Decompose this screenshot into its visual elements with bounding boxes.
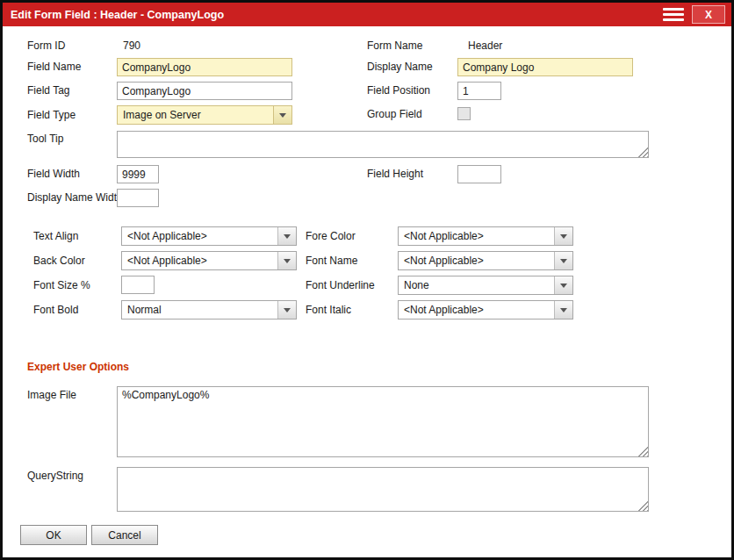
display-name-width-input[interactable] — [117, 189, 159, 207]
query-string-label: QueryString — [27, 470, 83, 482]
field-width-label: Field Width — [27, 168, 80, 180]
text-align-dropdown[interactable]: <Not Applicable> — [121, 226, 297, 246]
hamburger-bar — [663, 8, 684, 11]
image-file-textarea[interactable]: %CompanyLogo% — [117, 386, 649, 457]
font-italic-dropdown[interactable]: <Not Applicable> — [398, 300, 573, 319]
display-name-width-label: Display Name Width — [27, 191, 123, 204]
form-id-value: 790 — [123, 39, 140, 52]
field-height-input[interactable] — [457, 165, 501, 183]
font-name-value: <Not Applicable> — [399, 255, 554, 267]
text-align-label: Text Align — [33, 230, 78, 242]
field-position-input[interactable] — [457, 82, 501, 100]
group-field-label: Group Field — [367, 108, 422, 120]
form-id-label: Form ID — [27, 39, 65, 52]
field-name-label: Field Name — [27, 61, 81, 73]
hamburger-menu-icon[interactable] — [663, 8, 684, 21]
close-button[interactable]: X — [692, 5, 725, 24]
chevron-down-icon — [277, 227, 296, 245]
chevron-down-icon — [277, 252, 296, 269]
font-underline-dropdown[interactable]: None — [398, 276, 573, 295]
tool-tip-label: Tool Tip — [27, 133, 63, 145]
query-string-textarea[interactable] — [117, 467, 649, 512]
chevron-down-icon — [554, 252, 572, 269]
font-size-input[interactable] — [121, 276, 155, 294]
field-type-label: Field Type — [27, 109, 76, 121]
cancel-button[interactable]: Cancel — [91, 525, 158, 545]
ok-button[interactable]: OK — [20, 525, 87, 545]
dialog-title: Edit Form Field : Header - CompanyLogo — [3, 9, 224, 21]
display-name-label: Display Name — [367, 61, 433, 73]
field-position-label: Field Position — [367, 84, 430, 97]
hamburger-bar — [663, 18, 684, 21]
chevron-down-icon — [554, 276, 572, 294]
form-name-value: Header — [468, 39, 502, 52]
close-icon: X — [705, 9, 712, 21]
text-align-value: <Not Applicable> — [122, 230, 277, 242]
font-bold-value: Normal — [122, 304, 277, 316]
chevron-down-icon — [277, 301, 296, 319]
back-color-dropdown[interactable]: <Not Applicable> — [121, 251, 297, 270]
font-underline-value: None — [399, 279, 554, 291]
field-name-input[interactable] — [117, 58, 292, 76]
hamburger-bar — [663, 13, 684, 16]
dialog-titlebar: Edit Form Field : Header - CompanyLogo X — [3, 3, 731, 26]
font-bold-dropdown[interactable]: Normal — [121, 300, 297, 319]
field-width-input[interactable] — [117, 165, 159, 183]
font-underline-label: Font Underline — [306, 279, 375, 291]
back-color-label: Back Color — [33, 255, 85, 267]
fore-color-value: <Not Applicable> — [399, 230, 554, 242]
group-field-checkbox[interactable] — [457, 107, 471, 120]
field-tag-input[interactable] — [117, 82, 292, 100]
chevron-down-icon — [273, 106, 291, 124]
font-size-label: Font Size % — [33, 279, 90, 291]
field-tag-label: Field Tag — [27, 84, 69, 97]
field-type-dropdown[interactable]: Image on Server — [117, 105, 292, 125]
font-italic-label: Font Italic — [306, 304, 351, 316]
font-bold-label: Font Bold — [33, 304, 78, 316]
image-file-label: Image File — [27, 389, 76, 401]
fore-color-label: Fore Color — [306, 230, 356, 242]
field-type-value: Image on Server — [118, 109, 273, 121]
tool-tip-textarea[interactable] — [117, 131, 649, 158]
chevron-down-icon — [554, 227, 572, 245]
edit-form-field-dialog: Edit Form Field : Header - CompanyLogo X… — [0, 0, 734, 560]
back-color-value: <Not Applicable> — [122, 255, 277, 267]
fore-color-dropdown[interactable]: <Not Applicable> — [398, 226, 573, 246]
font-italic-value: <Not Applicable> — [399, 304, 554, 316]
font-name-label: Font Name — [306, 255, 357, 267]
field-height-label: Field Height — [367, 168, 423, 180]
expert-user-options-heading: Expert User Options — [27, 361, 129, 373]
chevron-down-icon — [554, 301, 572, 319]
form-name-label: Form Name — [367, 39, 422, 52]
display-name-input[interactable] — [457, 58, 633, 76]
font-name-dropdown[interactable]: <Not Applicable> — [398, 251, 573, 270]
